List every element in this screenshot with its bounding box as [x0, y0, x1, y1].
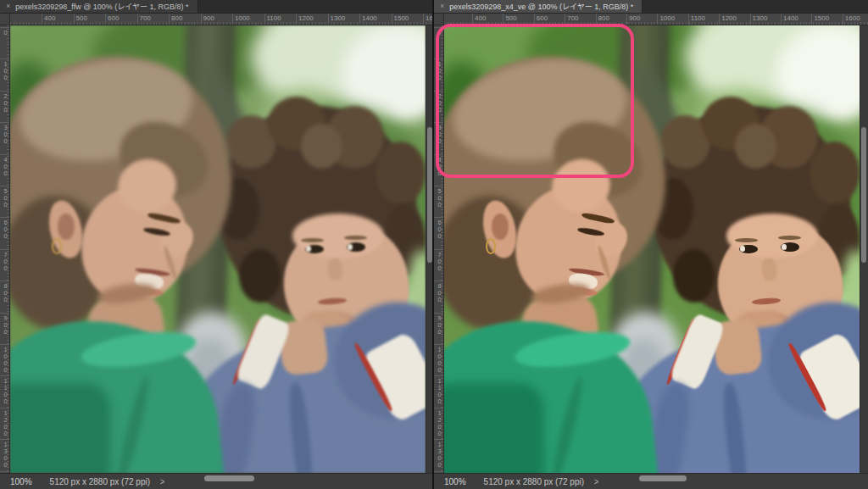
ruler-label: 900 [629, 14, 640, 22]
ruler-label: 900 [435, 314, 443, 335]
document-size-label[interactable]: 5120 px x 2880 px (72 ppi) [484, 477, 584, 486]
ruler-tick [105, 14, 106, 25]
photo-shape [301, 124, 342, 169]
ruler-corner[interactable] [0, 14, 10, 25]
photo-canvas[interactable] [10, 25, 426, 473]
tab-title: pexels3209298_x4_ve @ 100% (レイヤー 1, RGB/… [449, 1, 633, 12]
photo-shape [444, 383, 544, 473]
vertical-scrollbar-thumb[interactable] [861, 127, 866, 263]
document-tab[interactable]: × pexels3209298_x4_ve @ 100% (レイヤー 1, RG… [434, 0, 643, 13]
zoom-level-field[interactable]: 100% [10, 477, 32, 486]
ruler-tick [0, 91, 9, 92]
ruler-tick [657, 14, 658, 25]
ruler-label: 400 [475, 14, 486, 22]
document-tab[interactable]: × pexels3209298_ffw @ 100% (レイヤー 1, RGB/… [0, 0, 198, 13]
ruler-tick [719, 14, 720, 25]
photo-shape [492, 214, 509, 241]
ruler-tick [688, 14, 689, 25]
ruler-label: 800 [1, 282, 9, 303]
ruler-label: 1200 [298, 14, 314, 22]
document-size-label[interactable]: 5120 px x 2880 px (72 ppi) [50, 477, 150, 486]
ruler-tick [781, 14, 782, 25]
ruler-tick [811, 14, 812, 25]
ruler-tick [328, 14, 329, 25]
ruler-tick [434, 186, 443, 186]
ruler-label: 1500 [394, 14, 409, 22]
status-bar: 100% 5120 px x 2880 px (72 ppi) > [0, 473, 432, 489]
vertical-scrollbar-track[interactable] [426, 25, 432, 473]
ruler-tick [359, 14, 360, 25]
ruler-label: 500 [435, 187, 443, 208]
photo-shape [810, 142, 860, 204]
photo-shape [673, 249, 715, 303]
canvas-area[interactable] [10, 25, 426, 473]
ruler-tick [626, 14, 627, 25]
ruler-label: 1200 [1, 409, 9, 436]
ruler-label: 800 [171, 14, 182, 22]
ruler-tick [42, 14, 42, 25]
ruler-label: 300 [1, 124, 9, 144]
tab-bar: × pexels3209298_x4_ve @ 100% (レイヤー 1, RG… [434, 0, 868, 14]
ruler-label: 1400 [783, 14, 798, 22]
ruler-label: 0 [1, 29, 9, 36]
status-chevron-icon[interactable]: > [594, 476, 598, 487]
ruler-label: 800 [435, 282, 443, 303]
ruler-tick [0, 154, 9, 155]
ruler-label: 1600 [845, 14, 860, 22]
ruler-label: 1300 [753, 14, 768, 22]
ruler-label: 700 [567, 14, 578, 22]
photo-shape [52, 238, 62, 254]
photo-shape [486, 238, 496, 254]
main-row: 0100200300400500600700800900100011001200… [0, 25, 432, 473]
ruler-tick [0, 27, 9, 28]
ruler-tick [169, 14, 170, 25]
ruler-label: 1300 [435, 441, 443, 468]
vertical-ruler[interactable]: 0100200300400500600700800900100011001200… [0, 25, 10, 473]
ruler-label: 400 [1, 156, 9, 176]
ruler-tick [423, 14, 424, 25]
status-chevron-icon[interactable]: > [160, 476, 164, 487]
ruler-tick [843, 14, 843, 25]
photo-shape [10, 383, 110, 473]
status-bar: 100% 5120 px x 2880 px (72 ppi) > [434, 473, 868, 489]
ruler-tick [434, 217, 443, 218]
highlight-annotation-rect [436, 24, 634, 178]
photo-shape [58, 214, 75, 241]
ruler-tick [0, 471, 9, 472]
ruler-label: 100 [1, 60, 9, 81]
zoom-level-field[interactable]: 100% [444, 477, 466, 486]
ruler-tick [434, 249, 443, 250]
ruler-tick [0, 249, 9, 250]
ruler-tick [750, 14, 751, 25]
ruler-label: 1100 [267, 14, 281, 22]
ruler-label: 1200 [721, 14, 737, 22]
ruler-label: 1000 [235, 14, 250, 22]
horizontal-scrollbar-thumb[interactable] [204, 475, 254, 481]
ruler-label: 600 [1, 219, 9, 239]
ruler-label: 600 [537, 14, 548, 22]
horizontal-scrollbar-thumb[interactable] [639, 475, 687, 481]
photo-shape [239, 249, 281, 303]
ruler-tick [392, 14, 392, 25]
ruler-tick [0, 186, 9, 186]
horizontal-ruler[interactable]: 4005006007008009001000110012001300140015… [10, 14, 432, 25]
ruler-label: 500 [1, 187, 9, 208]
close-icon[interactable]: × [6, 3, 10, 10]
vertical-scrollbar-track[interactable] [860, 25, 868, 473]
ruler-label: 700 [140, 14, 151, 22]
ruler-tick [0, 408, 9, 408]
ruler-label: 500 [76, 14, 87, 22]
ruler-tick [0, 122, 9, 123]
ruler-corner[interactable] [434, 14, 444, 25]
ruler-tick [434, 313, 443, 314]
ruler-tick [0, 281, 9, 281]
close-icon[interactable]: × [440, 3, 444, 10]
photo-shape [735, 124, 776, 169]
photoshop-workspace: × pexels3209298_ffw @ 100% (レイヤー 1, RGB/… [0, 0, 868, 489]
ruler-label: 700 [1, 251, 9, 271]
tab-title: pexels3209298_ffw @ 100% (レイヤー 1, RGB/8)… [15, 1, 188, 12]
ruler-tick [0, 375, 9, 376]
ruler-tick [74, 14, 75, 25]
ruler-tick [296, 14, 297, 25]
ruler-tick [0, 344, 9, 345]
